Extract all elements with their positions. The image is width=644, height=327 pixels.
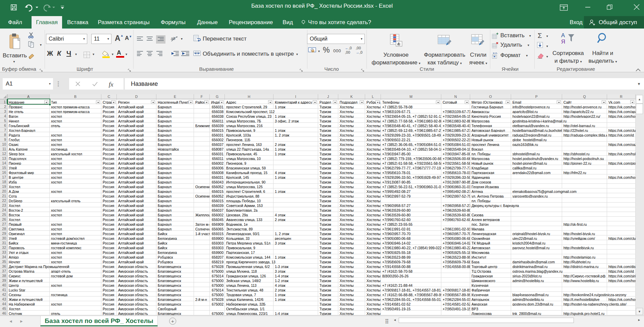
svg-text:ab: ab <box>171 36 176 41</box>
svg-text:А: А <box>561 32 565 39</box>
svg-text:Я: Я <box>561 39 565 44</box>
svg-text:fx: fx <box>109 81 113 88</box>
